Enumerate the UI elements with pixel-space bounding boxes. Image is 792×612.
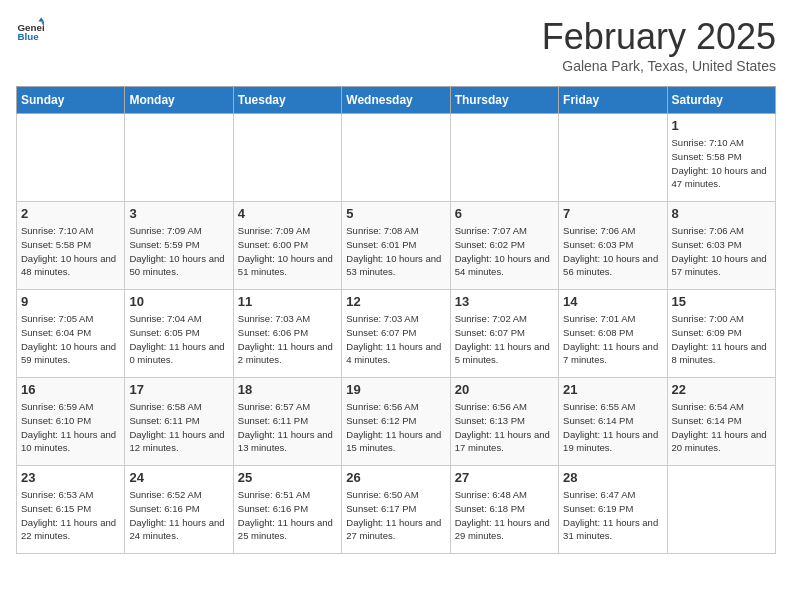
calendar-cell: 25Sunrise: 6:51 AMSunset: 6:16 PMDayligh…	[233, 466, 341, 554]
day-info: Sunrise: 7:04 AMSunset: 6:05 PMDaylight:…	[129, 312, 228, 367]
calendar-cell	[233, 114, 341, 202]
day-info: Sunrise: 6:54 AMSunset: 6:14 PMDaylight:…	[672, 400, 771, 455]
calendar-cell: 7Sunrise: 7:06 AMSunset: 6:03 PMDaylight…	[559, 202, 667, 290]
calendar-week-5: 23Sunrise: 6:53 AMSunset: 6:15 PMDayligh…	[17, 466, 776, 554]
calendar-cell: 23Sunrise: 6:53 AMSunset: 6:15 PMDayligh…	[17, 466, 125, 554]
day-number: 25	[238, 470, 337, 485]
day-number: 23	[21, 470, 120, 485]
day-number: 15	[672, 294, 771, 309]
day-number: 16	[21, 382, 120, 397]
day-info: Sunrise: 6:47 AMSunset: 6:19 PMDaylight:…	[563, 488, 662, 543]
calendar-cell	[17, 114, 125, 202]
day-info: Sunrise: 6:52 AMSunset: 6:16 PMDaylight:…	[129, 488, 228, 543]
calendar-week-4: 16Sunrise: 6:59 AMSunset: 6:10 PMDayligh…	[17, 378, 776, 466]
calendar-cell: 1Sunrise: 7:10 AMSunset: 5:58 PMDaylight…	[667, 114, 775, 202]
weekday-header-sunday: Sunday	[17, 87, 125, 114]
day-info: Sunrise: 7:05 AMSunset: 6:04 PMDaylight:…	[21, 312, 120, 367]
calendar-cell: 19Sunrise: 6:56 AMSunset: 6:12 PMDayligh…	[342, 378, 450, 466]
day-info: Sunrise: 6:55 AMSunset: 6:14 PMDaylight:…	[563, 400, 662, 455]
calendar-cell: 11Sunrise: 7:03 AMSunset: 6:06 PMDayligh…	[233, 290, 341, 378]
day-info: Sunrise: 7:00 AMSunset: 6:09 PMDaylight:…	[672, 312, 771, 367]
day-number: 28	[563, 470, 662, 485]
calendar-cell	[342, 114, 450, 202]
calendar-cell: 5Sunrise: 7:08 AMSunset: 6:01 PMDaylight…	[342, 202, 450, 290]
calendar-cell: 21Sunrise: 6:55 AMSunset: 6:14 PMDayligh…	[559, 378, 667, 466]
calendar-cell: 18Sunrise: 6:57 AMSunset: 6:11 PMDayligh…	[233, 378, 341, 466]
calendar-cell	[559, 114, 667, 202]
day-info: Sunrise: 7:09 AMSunset: 5:59 PMDaylight:…	[129, 224, 228, 279]
day-number: 12	[346, 294, 445, 309]
calendar-cell: 8Sunrise: 7:06 AMSunset: 6:03 PMDaylight…	[667, 202, 775, 290]
day-number: 21	[563, 382, 662, 397]
calendar-cell: 28Sunrise: 6:47 AMSunset: 6:19 PMDayligh…	[559, 466, 667, 554]
day-number: 3	[129, 206, 228, 221]
day-number: 18	[238, 382, 337, 397]
calendar-cell: 26Sunrise: 6:50 AMSunset: 6:17 PMDayligh…	[342, 466, 450, 554]
day-info: Sunrise: 7:08 AMSunset: 6:01 PMDaylight:…	[346, 224, 445, 279]
day-info: Sunrise: 7:06 AMSunset: 6:03 PMDaylight:…	[563, 224, 662, 279]
location-title: Galena Park, Texas, United States	[542, 58, 776, 74]
calendar-cell: 22Sunrise: 6:54 AMSunset: 6:14 PMDayligh…	[667, 378, 775, 466]
day-number: 10	[129, 294, 228, 309]
day-number: 8	[672, 206, 771, 221]
day-info: Sunrise: 6:51 AMSunset: 6:16 PMDaylight:…	[238, 488, 337, 543]
day-info: Sunrise: 7:02 AMSunset: 6:07 PMDaylight:…	[455, 312, 554, 367]
svg-text:Blue: Blue	[17, 31, 39, 42]
weekday-header-row: SundayMondayTuesdayWednesdayThursdayFrid…	[17, 87, 776, 114]
day-number: 7	[563, 206, 662, 221]
day-number: 14	[563, 294, 662, 309]
weekday-header-thursday: Thursday	[450, 87, 558, 114]
calendar-cell: 4Sunrise: 7:09 AMSunset: 6:00 PMDaylight…	[233, 202, 341, 290]
calendar-cell: 24Sunrise: 6:52 AMSunset: 6:16 PMDayligh…	[125, 466, 233, 554]
day-number: 19	[346, 382, 445, 397]
weekday-header-tuesday: Tuesday	[233, 87, 341, 114]
svg-marker-2	[38, 17, 44, 21]
calendar-cell	[125, 114, 233, 202]
calendar-cell: 15Sunrise: 7:00 AMSunset: 6:09 PMDayligh…	[667, 290, 775, 378]
calendar-cell: 20Sunrise: 6:56 AMSunset: 6:13 PMDayligh…	[450, 378, 558, 466]
weekday-header-saturday: Saturday	[667, 87, 775, 114]
day-info: Sunrise: 7:09 AMSunset: 6:00 PMDaylight:…	[238, 224, 337, 279]
day-number: 6	[455, 206, 554, 221]
calendar-cell	[667, 466, 775, 554]
title-area: February 2025 Galena Park, Texas, United…	[542, 16, 776, 74]
day-info: Sunrise: 6:58 AMSunset: 6:11 PMDaylight:…	[129, 400, 228, 455]
day-number: 20	[455, 382, 554, 397]
weekday-header-wednesday: Wednesday	[342, 87, 450, 114]
day-info: Sunrise: 6:59 AMSunset: 6:10 PMDaylight:…	[21, 400, 120, 455]
calendar-week-3: 9Sunrise: 7:05 AMSunset: 6:04 PMDaylight…	[17, 290, 776, 378]
logo-icon: General Blue	[16, 16, 44, 44]
day-info: Sunrise: 6:56 AMSunset: 6:13 PMDaylight:…	[455, 400, 554, 455]
calendar-cell: 17Sunrise: 6:58 AMSunset: 6:11 PMDayligh…	[125, 378, 233, 466]
calendar-week-2: 2Sunrise: 7:10 AMSunset: 5:58 PMDaylight…	[17, 202, 776, 290]
calendar-cell: 27Sunrise: 6:48 AMSunset: 6:18 PMDayligh…	[450, 466, 558, 554]
day-number: 2	[21, 206, 120, 221]
day-info: Sunrise: 7:03 AMSunset: 6:07 PMDaylight:…	[346, 312, 445, 367]
day-info: Sunrise: 7:01 AMSunset: 6:08 PMDaylight:…	[563, 312, 662, 367]
day-number: 11	[238, 294, 337, 309]
page-header: General Blue February 2025 Galena Park, …	[16, 16, 776, 74]
day-number: 1	[672, 118, 771, 133]
calendar-cell: 2Sunrise: 7:10 AMSunset: 5:58 PMDaylight…	[17, 202, 125, 290]
day-number: 13	[455, 294, 554, 309]
day-info: Sunrise: 7:03 AMSunset: 6:06 PMDaylight:…	[238, 312, 337, 367]
calendar-cell: 6Sunrise: 7:07 AMSunset: 6:02 PMDaylight…	[450, 202, 558, 290]
calendar-cell: 13Sunrise: 7:02 AMSunset: 6:07 PMDayligh…	[450, 290, 558, 378]
day-info: Sunrise: 7:06 AMSunset: 6:03 PMDaylight:…	[672, 224, 771, 279]
day-info: Sunrise: 6:57 AMSunset: 6:11 PMDaylight:…	[238, 400, 337, 455]
calendar-cell: 9Sunrise: 7:05 AMSunset: 6:04 PMDaylight…	[17, 290, 125, 378]
day-number: 4	[238, 206, 337, 221]
day-info: Sunrise: 7:10 AMSunset: 5:58 PMDaylight:…	[21, 224, 120, 279]
day-number: 5	[346, 206, 445, 221]
day-number: 9	[21, 294, 120, 309]
logo: General Blue	[16, 16, 44, 44]
weekday-header-monday: Monday	[125, 87, 233, 114]
calendar-cell: 10Sunrise: 7:04 AMSunset: 6:05 PMDayligh…	[125, 290, 233, 378]
calendar-cell: 14Sunrise: 7:01 AMSunset: 6:08 PMDayligh…	[559, 290, 667, 378]
calendar-cell: 16Sunrise: 6:59 AMSunset: 6:10 PMDayligh…	[17, 378, 125, 466]
day-info: Sunrise: 7:07 AMSunset: 6:02 PMDaylight:…	[455, 224, 554, 279]
day-info: Sunrise: 6:48 AMSunset: 6:18 PMDaylight:…	[455, 488, 554, 543]
day-info: Sunrise: 6:53 AMSunset: 6:15 PMDaylight:…	[21, 488, 120, 543]
day-number: 17	[129, 382, 228, 397]
calendar-week-1: 1Sunrise: 7:10 AMSunset: 5:58 PMDaylight…	[17, 114, 776, 202]
